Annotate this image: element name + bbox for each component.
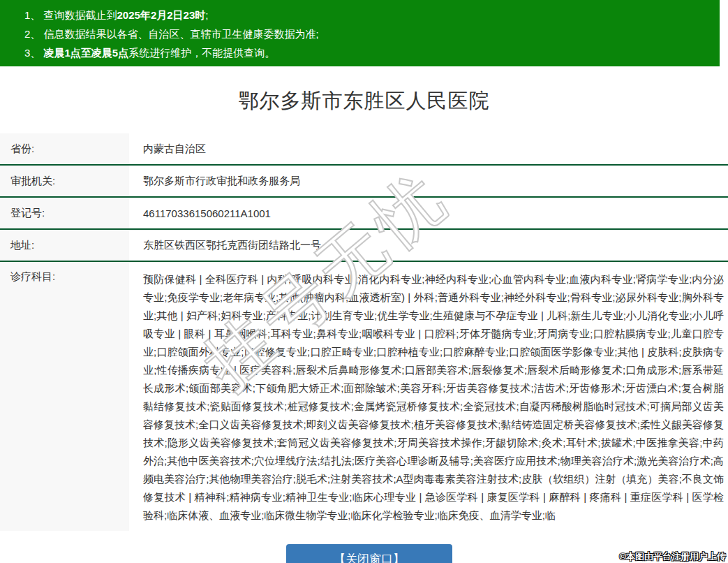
- notice-item-2: 2、 信息数据结果以各省、自治区、直辖市卫生健康委数据为准;: [24, 24, 720, 43]
- notice-bold-text: 凌晨1点至凌晨5点: [44, 47, 129, 59]
- table-row-medical-departments: 诊疗科目: 预防保健科 | 全科医疗科 | 内科;呼吸内科专业;消化内科专业;神…: [0, 262, 728, 531]
- row-value: 鄂尔多斯市行政审批和政务服务局: [129, 166, 728, 196]
- row-label: 地址:: [0, 230, 129, 261]
- notice-text: 2、 信息数据结果以各省、自治区、直辖市卫生健康委数据为准;: [24, 28, 319, 40]
- row-label: 省份:: [0, 133, 129, 164]
- notice-text: 系统进行维护，不能提供查询。: [128, 47, 275, 59]
- notice-text: ;: [205, 9, 208, 21]
- notice-banner: 1、 查询数据截止到2025年2月2日23时; 2、 信息数据结果以各省、自治区…: [0, 0, 720, 66]
- table-row-province: 省份: 内蒙古自治区: [0, 133, 728, 166]
- row-label: 审批机关:: [0, 166, 129, 196]
- row-value: 内蒙古自治区: [129, 133, 728, 164]
- notice-text: 1、 查询数据截止到: [24, 9, 117, 21]
- copyright-watermark: ©本图由平台注册用户上传: [619, 550, 726, 563]
- details-table: 省份: 内蒙古自治区 审批机关: 鄂尔多斯市行政审批和政务服务局 登记号: 46…: [0, 133, 728, 531]
- table-row-address: 地址: 东胜区铁西区鄂托克西街团结路北一号: [0, 230, 728, 262]
- notice-item-3: 3、 凌晨1点至凌晨5点系统进行维护，不能提供查询。: [24, 43, 720, 62]
- row-label: 诊疗科目:: [0, 262, 129, 531]
- row-value: 东胜区铁西区鄂托克西街团结路北一号: [129, 230, 728, 261]
- row-label: 登记号:: [0, 198, 129, 228]
- notice-text: 3、: [24, 47, 44, 59]
- row-value: 预防保健科 | 全科医疗科 | 内科;呼吸内科专业;消化内科专业;神经内科专业;…: [129, 262, 728, 531]
- table-row-registration-number: 登记号: 46117033615060211A1001: [0, 198, 728, 230]
- notice-bold-text: 2025年2月2日23时: [117, 9, 206, 21]
- row-value: 46117033615060211A1001: [129, 198, 728, 228]
- table-row-approval-authority: 审批机关: 鄂尔多斯市行政审批和政务服务局: [0, 166, 728, 198]
- notice-item-1: 1、 查询数据截止到2025年2月2日23时;: [24, 6, 720, 24]
- close-window-button[interactable]: 【关闭窗口】: [286, 544, 452, 563]
- page-title: 鄂尔多斯市东胜区人民医院: [0, 87, 728, 115]
